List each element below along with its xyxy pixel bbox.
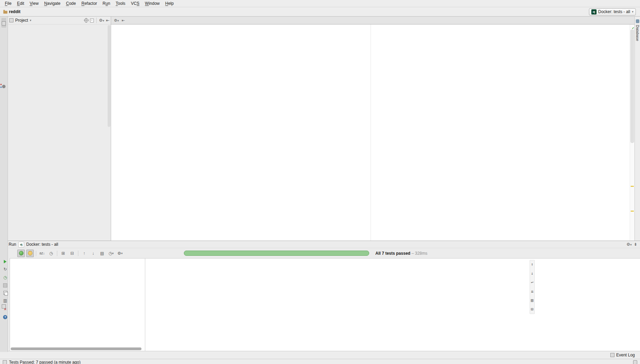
previous-failed-test-icon[interactable]: ↑ xyxy=(80,250,88,257)
menu-bar: FileEditViewNavigateCodeRefactorRunTools… xyxy=(0,0,640,7)
next-failed-test-icon[interactable]: ↓ xyxy=(89,250,97,257)
test-status-text: All 7 tests passed – 328ms xyxy=(375,251,427,256)
menu-window[interactable]: Window xyxy=(142,0,163,7)
menu-edit[interactable]: Edit xyxy=(14,0,27,7)
expand-all-icon[interactable]: ⊞ xyxy=(59,250,67,257)
favorites-tool-icon xyxy=(2,304,6,309)
menu-navigate[interactable]: Navigate xyxy=(41,0,63,7)
stop-icon[interactable] xyxy=(3,283,7,287)
project-tree[interactable] xyxy=(8,24,111,241)
menu-view[interactable]: View xyxy=(27,0,41,7)
run-tool-window: Run Docker: tests - all ⚙▾ ⇟ az↓ ◷ ⊞ ⊟ ↑… xyxy=(0,241,640,351)
tool-window-bar: Event Log xyxy=(0,351,640,359)
project-panel-header: Project ▾ ⚙▾ ⇤ xyxy=(8,17,111,24)
code-editor[interactable]: ✔ xyxy=(111,24,634,241)
run-panel-title: Run xyxy=(9,242,16,247)
project-panel-title: Project xyxy=(15,18,28,23)
database-tool-icon xyxy=(636,19,639,23)
chevron-down-icon[interactable]: ▾ xyxy=(30,19,31,22)
sidebar-tab-project[interactable] xyxy=(1,18,6,28)
hide-panel-icon[interactable]: ⇟ xyxy=(634,242,637,247)
editor-column: ⚙▾ ⇤ ✔ xyxy=(111,17,634,241)
editor-scrollbar[interactable]: ✔ xyxy=(630,24,634,241)
console-toolbar: ↑ ↓ ↩ ⇊ ▤ ⊟ xyxy=(530,260,535,314)
import-test-results-icon[interactable]: ▤ xyxy=(98,250,106,257)
locate-file-icon[interactable] xyxy=(84,18,88,22)
project-tool-icon xyxy=(2,21,6,26)
run-panel-config: Docker: tests - all xyxy=(26,242,58,247)
menu-refactor[interactable]: Refactor xyxy=(79,0,100,7)
menu-tools[interactable]: Tools xyxy=(113,0,128,7)
gear-icon[interactable]: ⚙▾ xyxy=(627,242,632,247)
gear-icon[interactable]: ⚙▾ xyxy=(116,250,124,257)
project-view-icon xyxy=(9,18,13,22)
sidebar-tab-favorites[interactable] xyxy=(1,301,6,311)
django-icon xyxy=(18,242,24,247)
sort-alphabetically-icon[interactable]: az↓ xyxy=(38,250,46,257)
status-message[interactable]: Tests Passed: 7 passed (a minute ago) xyxy=(3,360,80,364)
run-console[interactable]: ↑ ↓ ↩ ⇊ ▤ ⊟ xyxy=(145,258,640,351)
clear-console-icon[interactable]: ⊟ xyxy=(531,306,533,312)
menu-file[interactable]: File xyxy=(2,0,14,7)
breadcrumb: reddit xyxy=(2,9,23,14)
status-message-icon xyxy=(3,360,7,364)
test-runner-toolbar: az↓ ◷ ⊞ ⊟ ↑ ↓ ▤ ◷▾ ⚙▾ All 7 tests passed… xyxy=(0,248,640,258)
collapse-panel-icon[interactable]: ⇤ xyxy=(121,18,125,23)
rerun-failed-tests-icon[interactable]: ↻ xyxy=(3,267,7,272)
navigation-bar: reddit Docker: tests - all ▾ xyxy=(0,7,640,17)
print-icon[interactable]: ▤ xyxy=(531,297,533,303)
rerun-tests-icon[interactable] xyxy=(4,260,7,263)
menu-help[interactable]: Help xyxy=(163,0,177,7)
sidebar-tab-structure[interactable] xyxy=(2,83,6,92)
collapse-all-icon[interactable] xyxy=(90,19,94,22)
test-history-icon[interactable]: ◷▾ xyxy=(107,250,115,257)
folder-icon xyxy=(3,11,8,13)
menu-code[interactable]: Code xyxy=(63,0,79,7)
scroll-to-end-icon[interactable]: ⇊ xyxy=(531,289,533,294)
run-configuration-select[interactable]: Docker: tests - all ▾ xyxy=(589,8,636,16)
test-status-time: – 328ms xyxy=(412,251,427,256)
passed-icon xyxy=(19,251,23,255)
scroll-down-icon[interactable]: ↓ xyxy=(531,271,533,276)
editor-scrollbar-thumb[interactable] xyxy=(630,29,634,143)
test-results-tree[interactable] xyxy=(10,258,145,351)
test-tree-hscrollbar[interactable] xyxy=(11,347,141,350)
project-tree-scrollbar[interactable] xyxy=(108,25,110,127)
sidebar-tab-database[interactable]: Database xyxy=(636,25,640,41)
right-margin-guide xyxy=(371,24,371,241)
test-history-icon[interactable]: ◷ xyxy=(3,275,7,280)
ignored-icon xyxy=(28,251,32,255)
show-ignored-toggle[interactable] xyxy=(26,250,34,257)
django-icon xyxy=(591,9,597,14)
test-progress-bar xyxy=(184,251,369,256)
warning-stripe-mark[interactable] xyxy=(631,186,634,187)
gear-icon[interactable]: ⚙▾ xyxy=(99,18,104,23)
warning-stripe-mark[interactable] xyxy=(631,211,634,212)
main-toolbar: Docker: tests - all ▾ xyxy=(589,8,638,16)
scroll-up-icon[interactable]: ↑ xyxy=(531,262,533,267)
right-tool-strip: Database xyxy=(634,17,640,241)
structure-tool-icon xyxy=(2,85,6,88)
project-panel: Project ▾ ⚙▾ ⇤ xyxy=(8,17,111,241)
chevron-down-icon: ▾ xyxy=(632,10,633,13)
show-passed-toggle[interactable] xyxy=(17,250,25,257)
run-configuration-label: Docker: tests - all xyxy=(598,9,630,14)
status-bar: Tests Passed: 7 passed (a minute ago) xyxy=(0,359,640,364)
event-log-button[interactable]: Event Log xyxy=(608,352,637,358)
breadcrumb-item[interactable]: reddit xyxy=(2,9,21,14)
sort-by-duration-icon[interactable]: ◷ xyxy=(47,250,55,257)
editor-tab-bar: ⚙▾ ⇤ xyxy=(111,17,634,24)
soft-wrap-icon[interactable]: ↩ xyxy=(531,280,533,285)
menu-vcs[interactable]: VCS xyxy=(128,0,142,7)
collapse-all-icon[interactable]: ⊟ xyxy=(68,250,76,257)
notifications-icon[interactable] xyxy=(633,360,637,364)
gear-icon[interactable]: ⚙▾ xyxy=(114,18,119,23)
hide-panel-icon[interactable]: ⇤ xyxy=(106,18,109,23)
main-area: Project ▾ ⚙▾ ⇤ ⚙▾ ⇤ ✔ xyxy=(0,17,640,241)
help-icon[interactable] xyxy=(3,315,7,319)
restore-layout-icon[interactable] xyxy=(3,291,7,295)
event-log-icon xyxy=(610,353,614,357)
menu-run[interactable]: Run xyxy=(100,0,113,7)
run-panel-header: Run Docker: tests - all ⚙▾ ⇟ xyxy=(0,241,640,248)
